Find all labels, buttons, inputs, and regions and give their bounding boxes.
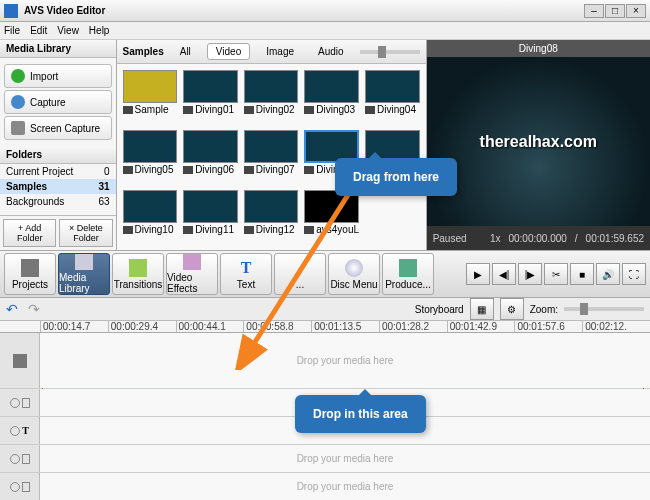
track-header-audio[interactable] [0, 473, 40, 500]
watermark-text: therealhax.com [480, 133, 597, 151]
close-button[interactable]: × [626, 4, 646, 18]
menu-file[interactable]: File [4, 25, 20, 36]
stop-button[interactable]: ■ [570, 263, 594, 285]
add-folder-button[interactable]: + Add Folder [3, 219, 56, 247]
zoom-label: Zoom: [530, 304, 558, 315]
view-icon-button[interactable]: ▦ [470, 298, 494, 320]
ruler-tick: 00:01:42.9 [447, 321, 515, 332]
prev-frame-button[interactable]: ◀| [492, 263, 516, 285]
menu-help[interactable]: Help [89, 25, 110, 36]
samples-header: Samples [123, 46, 164, 57]
projects-icon [21, 259, 39, 277]
folder-backgrounds[interactable]: Backgrounds63 [0, 194, 116, 209]
thumb-image [244, 130, 299, 163]
thumb-label: Diving10 [135, 224, 174, 235]
video-icon [123, 106, 133, 114]
folders-header: Folders [0, 146, 116, 164]
app-icon [4, 4, 18, 18]
thumb-Diving12[interactable]: Diving12 [244, 190, 299, 244]
tab-audio[interactable]: Audio [310, 44, 352, 59]
video-icon [183, 166, 193, 174]
filmstrip-icon [13, 354, 27, 368]
thumb-label: Diving04 [377, 104, 416, 115]
video-track[interactable]: Drop your media here [40, 333, 650, 388]
zoom-slider[interactable] [564, 307, 644, 311]
eye-icon [10, 426, 20, 436]
time-ruler[interactable]: 00:00:14.700:00:29.400:00:44.100:00:58.8… [0, 321, 650, 333]
play-button[interactable]: ▶ [466, 263, 490, 285]
redo-button[interactable]: ↷ [28, 301, 46, 317]
track-header-transition[interactable] [0, 389, 40, 416]
drop-hint: Drop your media here [297, 453, 394, 464]
track-header-video[interactable] [0, 333, 40, 388]
preview-viewport[interactable]: therealhax.com [427, 57, 650, 226]
next-frame-button[interactable]: |▶ [518, 263, 542, 285]
tool-disc-menu[interactable]: Disc Menu [328, 253, 380, 295]
thumb-label: Diving07 [256, 164, 295, 175]
thumb-Diving02[interactable]: Diving02 [244, 70, 299, 124]
capture-label: Capture [30, 97, 66, 108]
menu-edit[interactable]: Edit [30, 25, 47, 36]
thumb-label: Diving11 [195, 224, 234, 235]
thumb-size-slider[interactable] [360, 50, 420, 54]
thumb-label: Diving03 [316, 104, 355, 115]
thumb-image [183, 190, 238, 223]
eye-icon [10, 454, 20, 464]
maximize-button[interactable]: □ [605, 4, 625, 18]
thumb-Diving03[interactable]: Diving03 [304, 70, 359, 124]
thumb-label: avs4youL [316, 224, 359, 235]
ruler-tick: 00:01:57.6 [514, 321, 582, 332]
minimize-button[interactable]: – [584, 4, 604, 18]
disc-icon [345, 259, 363, 277]
ruler-tick: 00:00:58.8 [243, 321, 311, 332]
folder-current-project[interactable]: Current Project0 [0, 164, 116, 179]
split-button[interactable]: ✂ [544, 263, 568, 285]
thumb-label: Diving02 [256, 104, 295, 115]
tool-more[interactable]: ... [274, 253, 326, 295]
tool-text[interactable]: TText [220, 253, 272, 295]
thumb-Diving11[interactable]: Diving11 [183, 190, 238, 244]
folder-samples[interactable]: Samples31 [0, 179, 116, 194]
effect-track[interactable]: Drop your media here [40, 445, 650, 472]
eye-icon [10, 398, 20, 408]
import-button[interactable]: Import [4, 64, 112, 88]
ruler-tick: 00:00:44.1 [176, 321, 244, 332]
view-settings-button[interactable]: ⚙ [500, 298, 524, 320]
undo-button[interactable]: ↶ [6, 301, 24, 317]
ruler-tick: 00:01:28.2 [379, 321, 447, 332]
thumb-Diving06[interactable]: Diving06 [183, 130, 238, 184]
thumb-image [304, 70, 359, 103]
thumb-Diving10[interactable]: Diving10 [123, 190, 178, 244]
tool-media-library[interactable]: Media Library [58, 253, 110, 295]
thumb-label: Diving01 [195, 104, 234, 115]
capture-button[interactable]: Capture [4, 90, 112, 114]
audio-track[interactable]: Drop your media here [40, 473, 650, 500]
thumb-Diving07[interactable]: Diving07 [244, 130, 299, 184]
app-title: AVS Video Editor [24, 5, 105, 16]
tab-image[interactable]: Image [258, 44, 302, 59]
media-library-header: Media Library [0, 40, 116, 58]
drop-hint: Drop your media here [297, 355, 394, 366]
produce-icon [399, 259, 417, 277]
fullscreen-button[interactable]: ⛶ [622, 263, 646, 285]
thumb-Sample[interactable]: Sample [123, 70, 178, 124]
volume-button[interactable]: 🔊 [596, 263, 620, 285]
thumb-Diving05[interactable]: Diving05 [123, 130, 178, 184]
tool-video-effects[interactable]: Video Effects [166, 253, 218, 295]
tool-projects[interactable]: Projects [4, 253, 56, 295]
screen-icon [11, 121, 25, 135]
tool-transitions[interactable]: Transitions [112, 253, 164, 295]
thumb-avs4youL[interactable]: avs4youL [304, 190, 359, 244]
screen-capture-button[interactable]: Screen Capture [4, 116, 112, 140]
thumb-Diving04[interactable]: Diving04 [365, 70, 420, 124]
view-mode-label[interactable]: Storyboard [415, 304, 464, 315]
track-header-effect[interactable] [0, 445, 40, 472]
tab-all[interactable]: All [172, 44, 199, 59]
delete-folder-button[interactable]: × Delete Folder [59, 219, 112, 247]
menu-view[interactable]: View [57, 25, 79, 36]
thumb-label: Diving05 [135, 164, 174, 175]
tool-produce[interactable]: Produce... [382, 253, 434, 295]
track-header-text[interactable]: T [0, 417, 40, 444]
tab-video[interactable]: Video [207, 43, 250, 60]
thumb-Diving01[interactable]: Diving01 [183, 70, 238, 124]
